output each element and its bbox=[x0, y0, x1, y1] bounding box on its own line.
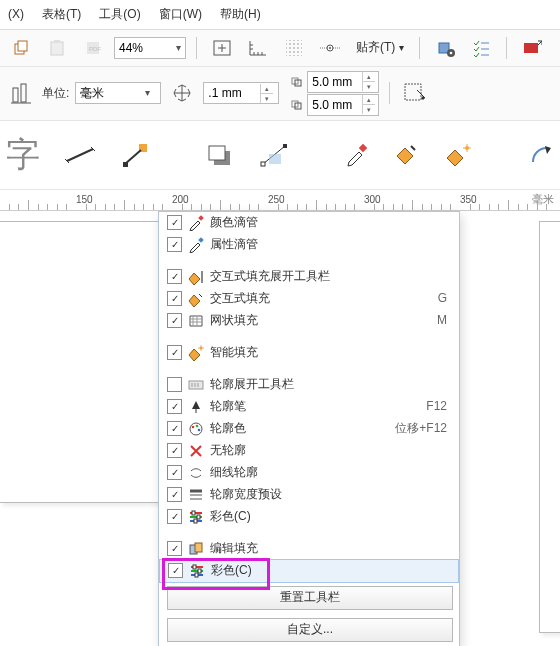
popup-item[interactable]: ✓细线轮廓 bbox=[159, 462, 459, 484]
dup-y-input[interactable] bbox=[308, 98, 362, 112]
bucket-icon bbox=[188, 291, 204, 307]
export-pdf-icon[interactable]: PDF bbox=[78, 34, 108, 62]
checkbox[interactable] bbox=[167, 377, 182, 392]
reset-toolbar-button[interactable]: 重置工具栏 bbox=[167, 586, 453, 610]
guides-icon[interactable] bbox=[315, 34, 345, 62]
colors-icon bbox=[188, 509, 204, 525]
property-bar: 单位: ▾ ▴▾ ▴▾ ▴▾ bbox=[0, 67, 560, 121]
svg-point-40 bbox=[196, 424, 199, 427]
checkbox[interactable]: ✓ bbox=[167, 509, 182, 524]
pen-icon bbox=[188, 399, 204, 415]
checkbox[interactable]: ✓ bbox=[167, 215, 182, 230]
spin-buttons[interactable]: ▴▾ bbox=[260, 84, 273, 103]
checkbox[interactable]: ✓ bbox=[167, 487, 182, 502]
checkbox[interactable]: ✓ bbox=[167, 237, 182, 252]
popup-item-label: 细线轮廓 bbox=[210, 464, 441, 481]
ruler-unit-label: 毫米 bbox=[532, 192, 554, 207]
palette-icon bbox=[188, 421, 204, 437]
svg-rect-46 bbox=[195, 543, 202, 552]
rulers-icon[interactable] bbox=[243, 34, 273, 62]
popup-item[interactable]: ✓交互式填充G bbox=[159, 288, 459, 310]
zoom-combo[interactable]: ▾ bbox=[114, 37, 186, 59]
fullscreen-icon[interactable] bbox=[207, 34, 237, 62]
transparency-tool-icon[interactable] bbox=[258, 136, 290, 174]
popup-item[interactable]: ✓轮廓色位移+F12 bbox=[159, 418, 459, 440]
copy-icon[interactable] bbox=[6, 34, 36, 62]
popup-item[interactable]: ✓颜色滴管 bbox=[159, 212, 459, 234]
mesh-icon bbox=[188, 313, 204, 329]
popup-item-label: 属性滴管 bbox=[210, 236, 441, 253]
svg-rect-16 bbox=[21, 84, 26, 102]
nudge-combo[interactable]: ▴▾ bbox=[203, 82, 279, 104]
units-combo[interactable]: ▾ bbox=[75, 82, 161, 104]
svg-rect-27 bbox=[283, 144, 287, 148]
interactive-fill-icon[interactable] bbox=[392, 136, 422, 174]
connector-tool-icon[interactable] bbox=[120, 136, 152, 174]
checkbox[interactable]: ✓ bbox=[167, 443, 182, 458]
popup-item[interactable]: ✓编辑填充 bbox=[159, 538, 459, 560]
eyedrop-red-icon bbox=[188, 215, 204, 231]
drop-shadow-icon[interactable] bbox=[204, 136, 236, 174]
popup-item-shortcut: G bbox=[438, 290, 451, 307]
checkbox[interactable]: ✓ bbox=[167, 421, 182, 436]
menu-item[interactable]: 窗口(W) bbox=[159, 6, 202, 23]
checkbox[interactable]: ✓ bbox=[167, 541, 182, 556]
checkbox[interactable]: ✓ bbox=[167, 269, 182, 284]
popup-item[interactable]: ✓彩色(C) bbox=[159, 506, 459, 528]
menu-item[interactable]: 工具(O) bbox=[99, 6, 140, 23]
checkbox[interactable]: ✓ bbox=[167, 399, 182, 414]
popup-item[interactable]: 轮廓展开工具栏 bbox=[159, 374, 459, 396]
paste-icon[interactable] bbox=[42, 34, 72, 62]
popup-item[interactable]: ✓智能填充 bbox=[159, 342, 459, 364]
checkbox[interactable]: ✓ bbox=[167, 465, 182, 480]
svg-rect-34 bbox=[198, 237, 204, 243]
popup-item[interactable]: ✓无轮廓 bbox=[159, 440, 459, 462]
outline-pen-icon[interactable] bbox=[526, 136, 558, 174]
menu-item[interactable]: (X) bbox=[8, 6, 24, 23]
nudge-input[interactable] bbox=[204, 86, 260, 100]
popup-item-label: 彩色(C) bbox=[211, 562, 440, 579]
units-value[interactable] bbox=[76, 86, 140, 100]
svg-text:PDF: PDF bbox=[89, 46, 101, 52]
snap-dropdown[interactable]: 贴齐(T)▾ bbox=[351, 34, 409, 62]
smart-fill-icon[interactable] bbox=[444, 136, 474, 174]
dup-x-input[interactable] bbox=[308, 75, 362, 89]
svg-rect-8 bbox=[286, 40, 302, 56]
grid-icon[interactable] bbox=[279, 34, 309, 62]
nudge-icon bbox=[167, 79, 197, 107]
drawing-area[interactable]: 软件自学网WWW.RJZXW.COM ✓颜色滴管✓属性滴管✓交互式填充展开工具栏… bbox=[0, 211, 560, 641]
popup-item-shortcut: F12 bbox=[426, 398, 451, 415]
checkbox[interactable]: ✓ bbox=[167, 345, 182, 360]
ruler-tick: 350 bbox=[460, 193, 477, 207]
chevron-down-icon[interactable]: ▾ bbox=[171, 41, 185, 55]
thinline-icon bbox=[188, 465, 204, 481]
options-icon[interactable] bbox=[430, 34, 460, 62]
color-eyedropper-icon[interactable] bbox=[342, 136, 370, 174]
svg-rect-35 bbox=[201, 271, 203, 283]
treat-as-filled-icon[interactable] bbox=[400, 79, 430, 107]
zoom-input[interactable] bbox=[115, 41, 171, 55]
popup-item[interactable]: ✓轮廓宽度预设 bbox=[159, 484, 459, 506]
popup-item[interactable]: ✓轮廓笔F12 bbox=[159, 396, 459, 418]
checklist-icon[interactable] bbox=[466, 34, 496, 62]
popup-item-label: 编辑填充 bbox=[210, 540, 441, 557]
menu-item[interactable]: 表格(T) bbox=[42, 6, 81, 23]
align-bottom-icon[interactable] bbox=[6, 79, 36, 107]
dimension-tool-icon[interactable] bbox=[62, 136, 98, 174]
popup-item-label: 彩色(C) bbox=[210, 508, 441, 525]
text-tool-glyph[interactable]: 字 bbox=[6, 131, 40, 179]
popup-item[interactable]: ✓彩色(C) bbox=[159, 559, 459, 583]
popup-item[interactable]: ✓网状填充M bbox=[159, 310, 459, 332]
checkbox[interactable]: ✓ bbox=[168, 563, 183, 578]
chevron-down-icon[interactable]: ▾ bbox=[140, 86, 154, 100]
menu-item[interactable]: 帮助(H) bbox=[220, 6, 261, 23]
popup-item-label: 无轮廓 bbox=[210, 442, 441, 459]
popup-item[interactable]: ✓交互式填充展开工具栏 bbox=[159, 266, 459, 288]
launch-icon[interactable] bbox=[517, 34, 547, 62]
colors-icon bbox=[189, 563, 205, 579]
popup-item[interactable]: ✓属性滴管 bbox=[159, 234, 459, 256]
checkbox[interactable]: ✓ bbox=[167, 291, 182, 306]
bucket-bar-icon bbox=[188, 269, 204, 285]
checkbox[interactable]: ✓ bbox=[167, 313, 182, 328]
customize-button[interactable]: 自定义... bbox=[167, 618, 453, 642]
